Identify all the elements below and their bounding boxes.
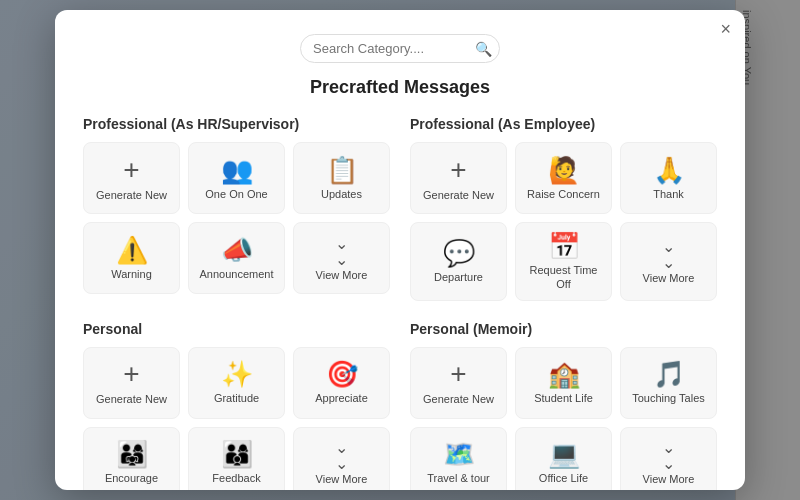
- card-one-on-one[interactable]: 👥One On One: [188, 142, 285, 214]
- card-emoji-icon: 🗺️: [443, 441, 475, 467]
- section-title-personal: Personal: [83, 321, 390, 337]
- chevron-down-icon: ⌄⌄: [335, 236, 348, 268]
- card-view-more-memoir[interactable]: ⌄⌄View More: [620, 427, 717, 490]
- chevron-down-icon: ⌄⌄: [662, 440, 675, 472]
- card-label-gratitude: Gratitude: [214, 391, 259, 405]
- card-label-view-more-emp: View More: [643, 271, 695, 285]
- card-label-departure: Departure: [434, 270, 483, 284]
- modal-title: Precrafted Messages: [83, 77, 717, 98]
- card-label-raise-concern: Raise Concern: [527, 187, 600, 201]
- card-emoji-icon: 📋: [326, 157, 358, 183]
- card-thank[interactable]: 🙏Thank: [620, 142, 717, 214]
- card-emoji-icon: 🎯: [326, 361, 358, 387]
- card-label-encourage: Encourage: [105, 471, 158, 485]
- card-label-gen-new-emp: Generate New: [423, 188, 494, 202]
- card-label-gen-new-personal: Generate New: [96, 392, 167, 406]
- card-emoji-icon: 💻: [548, 441, 580, 467]
- card-feedback[interactable]: 👨‍👩‍👦Feedback: [188, 427, 285, 490]
- search-wrap: 🔍: [300, 34, 500, 63]
- card-label-announcement: Announcement: [200, 267, 274, 281]
- card-updates[interactable]: 📋Updates: [293, 142, 390, 214]
- modal-overlay: × 🔍 Precrafted Messages Professional (As…: [0, 0, 800, 500]
- card-label-touching-tales: Touching Tales: [632, 391, 705, 405]
- card-gratitude[interactable]: ✨Gratitude: [188, 347, 285, 419]
- plus-icon: +: [123, 360, 139, 388]
- cards-grid-as-employee: +Generate New🙋Raise Concern🙏Thank💬Depart…: [410, 142, 717, 301]
- section-title-hr-supervisor: Professional (As HR/Supervisor): [83, 116, 390, 132]
- card-view-more-personal[interactable]: ⌄⌄View More: [293, 427, 390, 490]
- section-personal: Personal+Generate New✨Gratitude🎯Apprecia…: [83, 321, 390, 490]
- card-label-one-on-one: One On One: [205, 187, 267, 201]
- card-label-gen-new-memoir: Generate New: [423, 392, 494, 406]
- card-emoji-icon: 🏫: [548, 361, 580, 387]
- card-emoji-icon: ⚠️: [116, 237, 148, 263]
- card-encourage[interactable]: 👨‍👩‍👧Encourage: [83, 427, 180, 490]
- section-title-as-employee: Professional (As Employee): [410, 116, 717, 132]
- card-gen-new-hr[interactable]: +Generate New: [83, 142, 180, 214]
- chevron-down-icon: ⌄⌄: [335, 440, 348, 472]
- section-title-personal-memoir: Personal (Memoir): [410, 321, 717, 337]
- card-emoji-icon: ✨: [221, 361, 253, 387]
- card-emoji-icon: 👨‍👩‍👦: [221, 441, 253, 467]
- card-emoji-icon: 🙏: [653, 157, 685, 183]
- cards-grid-hr-supervisor: +Generate New👥One On One📋Updates⚠️Warnin…: [83, 142, 390, 294]
- close-button[interactable]: ×: [720, 20, 731, 38]
- card-emoji-icon: 📅: [548, 233, 580, 259]
- card-appreciate[interactable]: 🎯Appreciate: [293, 347, 390, 419]
- card-label-feedback: Feedback: [212, 471, 260, 485]
- cards-grid-personal-memoir: +Generate New🏫Student Life🎵Touching Tale…: [410, 347, 717, 490]
- card-departure[interactable]: 💬Departure: [410, 222, 507, 301]
- section-hr-supervisor: Professional (As HR/Supervisor)+Generate…: [83, 116, 390, 301]
- card-emoji-icon: 🎵: [653, 361, 685, 387]
- card-label-appreciate: Appreciate: [315, 391, 368, 405]
- card-label-thank: Thank: [653, 187, 684, 201]
- card-label-student-life: Student Life: [534, 391, 593, 405]
- card-label-warning: Warning: [111, 267, 152, 281]
- card-request-time-off[interactable]: 📅Request Time Off: [515, 222, 612, 301]
- card-gen-new-emp[interactable]: +Generate New: [410, 142, 507, 214]
- chevron-down-icon: ⌄⌄: [662, 239, 675, 271]
- card-gen-new-personal[interactable]: +Generate New: [83, 347, 180, 419]
- card-view-more-emp[interactable]: ⌄⌄View More: [620, 222, 717, 301]
- plus-icon: +: [450, 360, 466, 388]
- card-touching-tales[interactable]: 🎵Touching Tales: [620, 347, 717, 419]
- card-label-gen-new-hr: Generate New: [96, 188, 167, 202]
- cards-grid-personal: +Generate New✨Gratitude🎯Appreciate👨‍👩‍👧E…: [83, 347, 390, 490]
- card-emoji-icon: 💬: [443, 240, 475, 266]
- card-emoji-icon: 👨‍👩‍👧: [116, 441, 148, 467]
- card-student-life[interactable]: 🏫Student Life: [515, 347, 612, 419]
- card-emoji-icon: 🙋: [548, 157, 580, 183]
- sections-grid: Professional (As HR/Supervisor)+Generate…: [83, 116, 717, 490]
- card-label-office-life: Office Life: [539, 471, 588, 485]
- card-emoji-icon: 👥: [221, 157, 253, 183]
- card-gen-new-memoir[interactable]: +Generate New: [410, 347, 507, 419]
- section-personal-memoir: Personal (Memoir)+Generate New🏫Student L…: [410, 321, 717, 490]
- search-input[interactable]: [300, 34, 500, 63]
- plus-icon: +: [123, 156, 139, 184]
- card-warning[interactable]: ⚠️Warning: [83, 222, 180, 294]
- search-bar: 🔍: [83, 34, 717, 63]
- card-label-request-time-off: Request Time Off: [522, 263, 605, 292]
- card-view-more-hr[interactable]: ⌄⌄View More: [293, 222, 390, 294]
- plus-icon: +: [450, 156, 466, 184]
- card-label-view-more-memoir: View More: [643, 472, 695, 486]
- card-label-updates: Updates: [321, 187, 362, 201]
- precrafted-modal: × 🔍 Precrafted Messages Professional (As…: [55, 10, 745, 490]
- card-travel-tour[interactable]: 🗺️Travel & tour: [410, 427, 507, 490]
- search-icon-button[interactable]: 🔍: [475, 41, 492, 57]
- card-raise-concern[interactable]: 🙋Raise Concern: [515, 142, 612, 214]
- card-office-life[interactable]: 💻Office Life: [515, 427, 612, 490]
- card-label-travel-tour: Travel & tour: [427, 471, 490, 485]
- card-announcement[interactable]: 📣Announcement: [188, 222, 285, 294]
- card-label-view-more-personal: View More: [316, 472, 368, 486]
- card-emoji-icon: 📣: [221, 237, 253, 263]
- section-as-employee: Professional (As Employee)+Generate New🙋…: [410, 116, 717, 301]
- card-label-view-more-hr: View More: [316, 268, 368, 282]
